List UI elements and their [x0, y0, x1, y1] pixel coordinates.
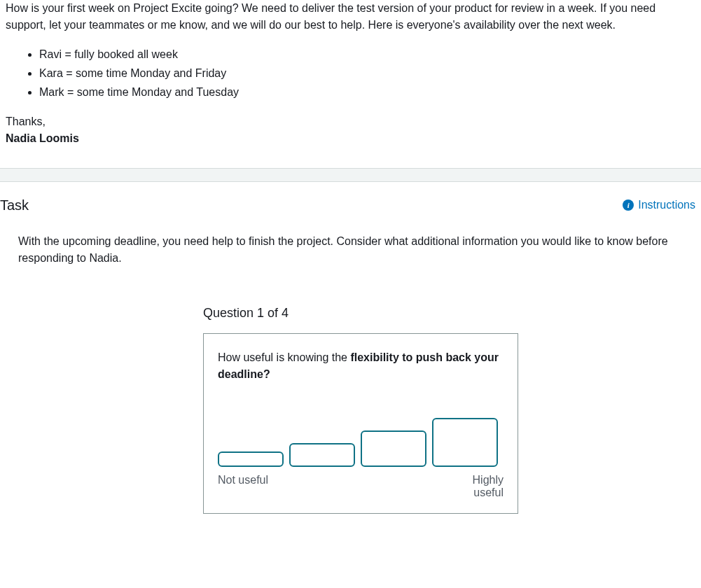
rating-label-low: Not useful: [218, 474, 268, 499]
availability-list: Ravi = fully booked all week Kara = some…: [39, 45, 695, 102]
email-sender: Nadia Loomis: [6, 132, 79, 144]
task-title: Task: [0, 197, 29, 214]
task-section: Task i Instructions With the upcoming de…: [0, 182, 701, 514]
rating-bars: [218, 418, 504, 467]
email-body: How is your first week on Project Excite…: [6, 0, 695, 147]
rating-option-2[interactable]: [289, 443, 355, 467]
question-card: How useful is knowing the flexibility to…: [203, 333, 518, 514]
email-thanks: Thanks,: [6, 113, 695, 130]
rating-option-3[interactable]: [361, 430, 426, 467]
list-item: Mark = some time Monday and Tuesday: [39, 83, 695, 102]
task-header: Task i Instructions: [0, 190, 695, 226]
rating-option-1[interactable]: [218, 451, 284, 467]
section-separator: [0, 168, 701, 182]
info-icon: i: [623, 200, 634, 211]
rating-label-high: Highly useful: [473, 474, 504, 499]
rating-label-high-1: Highly: [473, 474, 504, 486]
list-item: Ravi = fully booked all week: [39, 45, 695, 64]
rating-label-high-2: useful: [473, 486, 504, 498]
instructions-link[interactable]: i Instructions: [623, 199, 695, 211]
instructions-label: Instructions: [638, 199, 695, 211]
task-prompt: With the upcoming deadline, you need hel…: [0, 226, 695, 267]
rating-option-4[interactable]: [432, 418, 498, 467]
list-item: Kara = some time Monday and Friday: [39, 64, 695, 83]
email-intro: How is your first week on Project Excite…: [6, 0, 695, 34]
email-signoff: Thanks, Nadia Loomis: [6, 113, 695, 147]
email-section: How is your first week on Project Excite…: [0, 0, 701, 147]
question-prefix: How useful is knowing the: [218, 351, 350, 363]
question-counter: Question 1 of 4: [203, 306, 518, 321]
question-block: Question 1 of 4 How useful is knowing th…: [203, 306, 518, 514]
rating-labels: Not useful Highly useful: [218, 474, 504, 499]
question-text: How useful is knowing the flexibility to…: [218, 349, 504, 383]
